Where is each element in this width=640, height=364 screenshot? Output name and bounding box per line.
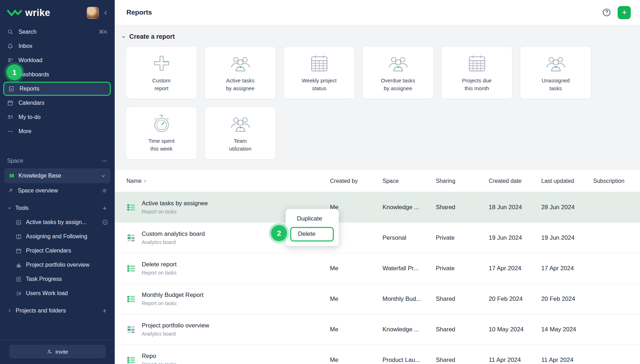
menu-item-delete[interactable]: Delete — [291, 228, 333, 240]
sidebar-item-label: Inbox — [18, 43, 32, 49]
bar-chart-icon — [16, 262, 22, 268]
template-label: tasks — [549, 85, 562, 93]
gear-icon[interactable] — [101, 188, 108, 194]
tool-item-label: Users Work load — [26, 290, 68, 297]
cell-created-by: Me — [330, 265, 383, 272]
add-project-icon[interactable] — [102, 308, 108, 314]
overview-arrow-icon — [7, 188, 13, 194]
sidebar-item-label: Dashboards — [18, 71, 49, 78]
sidebar-item-reports[interactable]: Reports — [3, 82, 111, 96]
invite-user-icon — [47, 349, 53, 355]
sidebar-item-inbox[interactable]: Inbox — [0, 39, 115, 53]
cell-sharing: Shared — [436, 204, 489, 211]
cell-space: Personal — [383, 234, 436, 241]
template-team-utilization[interactable]: Team utilization — [205, 107, 276, 159]
tool-item-assigning-following[interactable]: Assigning and Following — [0, 229, 115, 244]
template-label: utilization — [229, 145, 251, 153]
cell-last-updated: 19 Jun 2024 — [541, 234, 593, 241]
sidebar-item-calendars[interactable]: Calendars — [0, 96, 115, 110]
report-rows-icon — [126, 355, 136, 364]
template-weekly-status[interactable]: Weekly project status — [283, 46, 355, 99]
sidebar-nav: Search ⌘K Inbox Workload Dashboards Repo… — [0, 25, 115, 138]
create-new-button[interactable] — [618, 6, 631, 19]
table-header-row: Name ↑ Created by Space Sharing Created … — [115, 170, 640, 192]
table-row[interactable]: Delete report Report on tasks Me Waterfa… — [115, 253, 640, 284]
table-row[interactable]: Repo Report on tasks Me Product Lau... S… — [115, 345, 640, 364]
space-section-title: Space — [7, 158, 23, 164]
report-subtitle: Report on tasks — [142, 270, 177, 276]
team-template-icon — [229, 113, 251, 134]
sidebar-item-label: Search — [18, 29, 37, 35]
report-subtitle: Report on tasks — [142, 362, 177, 364]
report-name: Custom analytics board — [142, 230, 205, 238]
template-time-spent[interactable]: Time spent this week — [126, 107, 197, 159]
sidebar-item-label: Workload — [18, 57, 42, 64]
report-rows-icon — [126, 203, 136, 212]
tool-item-active-tasks[interactable]: Active tasks by assign... — [0, 215, 115, 229]
tool-item-project-portfolio[interactable]: Project portfolio overview — [0, 258, 115, 272]
sidebar-item-space-overview[interactable]: Space overview — [0, 183, 115, 198]
template-label: this month — [465, 85, 489, 93]
column-header-name[interactable]: Name ↑ — [126, 178, 330, 184]
more-dots-icon — [7, 128, 13, 135]
column-header-last-updated[interactable]: Last updated — [541, 178, 593, 184]
team-template-icon — [229, 53, 251, 74]
report-subtitle: Analytics board — [142, 331, 209, 337]
template-active-tasks[interactable]: Active tasks by assignee — [205, 46, 276, 99]
cell-space: Knowledge ... — [383, 204, 436, 211]
row-context-menu: Duplicate Delete — [286, 209, 339, 246]
template-label: this week — [150, 145, 173, 153]
users-list-icon — [16, 290, 22, 297]
template-label: report — [154, 85, 168, 93]
book-icon — [9, 173, 15, 179]
column-header-space[interactable]: Space — [383, 178, 436, 184]
calendar-icon — [7, 100, 13, 106]
tool-item-project-calendars[interactable]: Project Calendars — [0, 244, 115, 258]
tool-item-task-progress[interactable]: Task Progress — [0, 272, 115, 286]
template-unassigned-tasks[interactable]: Unassigned tasks — [520, 46, 591, 99]
table-row[interactable]: Active tasks by assignee Report on tasks… — [115, 192, 640, 223]
cell-created-by: Me — [330, 326, 383, 333]
space-menu-icon[interactable] — [102, 158, 108, 164]
projects-folders-label: Projects and folders — [16, 308, 66, 314]
help-button[interactable] — [601, 7, 612, 18]
tool-item-users-workload[interactable]: Users Work load — [0, 286, 115, 300]
tool-item-label: Project portfolio overview — [26, 262, 90, 268]
template-label: Time spent — [148, 137, 175, 145]
table-row[interactable]: Project portfolio overview Analytics boa… — [115, 314, 640, 345]
reports-table: Name ↑ Created by Space Sharing Created … — [115, 170, 640, 364]
cell-sharing: Private — [436, 265, 489, 272]
column-header-created-by[interactable]: Created by — [330, 178, 383, 184]
add-tool-icon[interactable] — [102, 205, 108, 211]
check-circle-icon — [102, 219, 108, 226]
template-projects-due[interactable]: Projects due this month — [441, 46, 512, 99]
cell-last-updated: 11 Apr 2024 — [541, 357, 593, 364]
bell-icon — [7, 43, 13, 49]
invite-button[interactable]: Invite — [9, 345, 106, 358]
template-overdue-tasks[interactable]: Overdue tasks by assignee — [362, 46, 434, 99]
template-label: Team — [234, 137, 247, 145]
sidebar-item-my-todo[interactable]: My to-do — [0, 110, 115, 124]
analytics-board-icon — [126, 233, 136, 243]
tools-section-header[interactable]: Tools — [0, 201, 115, 215]
sort-ascending-icon: ↑ — [144, 178, 146, 184]
create-report-title: Create a report — [129, 33, 175, 40]
table-row[interactable]: Custom analytics board Analytics board M… — [115, 223, 640, 253]
sidebar-item-projects-folders[interactable]: Projects and folders — [0, 303, 115, 318]
column-header-created-date[interactable]: Created date — [489, 178, 541, 184]
template-label: status — [312, 85, 326, 93]
report-doc-icon — [16, 219, 22, 226]
column-header-sharing[interactable]: Sharing — [436, 178, 489, 184]
table-row[interactable]: Monthly Budget Report Report on tasks Me… — [115, 284, 640, 314]
create-report-header[interactable]: Create a report — [121, 33, 629, 40]
column-header-subscription[interactable]: Subscription — [593, 178, 640, 184]
user-avatar[interactable] — [87, 7, 99, 19]
sidebar-item-search[interactable]: Search ⌘K — [0, 25, 115, 39]
template-custom-report[interactable]: Custom report — [126, 46, 197, 99]
team-template-icon — [387, 53, 409, 74]
menu-item-duplicate[interactable]: Duplicate — [286, 211, 339, 227]
collapse-sidebar-button[interactable] — [102, 9, 110, 17]
sidebar-item-more[interactable]: More — [0, 124, 115, 138]
space-selector[interactable]: Knowledge Base — [4, 168, 110, 183]
sidebar-item-label: More — [18, 128, 31, 135]
